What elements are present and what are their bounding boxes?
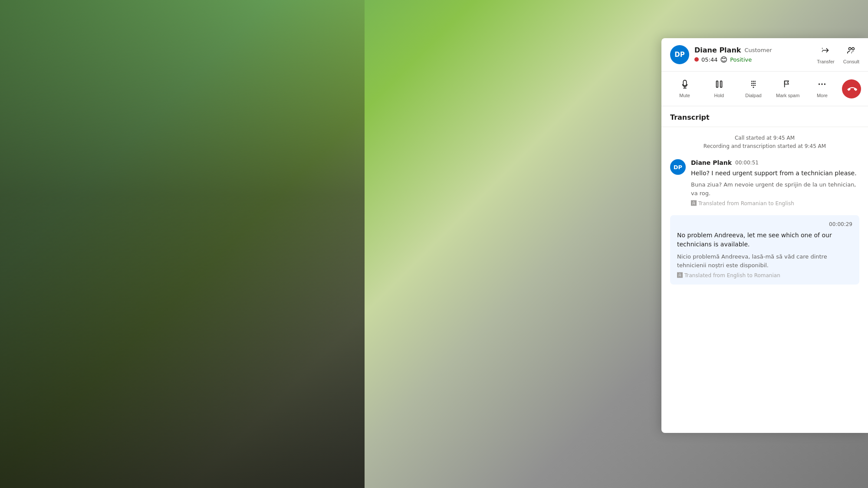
header-actions: Transfer Consult <box>817 46 859 64</box>
hold-button[interactable]: Hold <box>703 76 735 102</box>
svg-rect-4 <box>716 81 718 88</box>
message-sender: Diane Plank <box>691 159 732 166</box>
recording-indicator <box>694 57 699 62</box>
call-header: DP Diane Plank Customer 05:44 😊 Positive <box>661 38 868 72</box>
call-panel: DP Diane Plank Customer 05:44 😊 Positive <box>661 38 868 433</box>
end-call-button[interactable] <box>842 79 861 98</box>
mute-label: Mute <box>679 93 690 98</box>
agent-translation-text: Nicio problemă Andreeva, lasă-mă să văd … <box>677 252 852 269</box>
translation-source: Translated from Romanian to English <box>698 200 794 206</box>
more-icon <box>817 79 827 91</box>
agent-translation-note: 🅰 Translated from English to Romanian <box>677 272 852 278</box>
svg-point-18 <box>822 83 823 85</box>
svg-point-8 <box>754 81 756 82</box>
flag-icon <box>783 79 792 91</box>
svg-point-7 <box>753 81 754 82</box>
hold-icon <box>714 79 724 91</box>
message-translation-text: Buna ziua? Am nevoie urgent de sprijin d… <box>691 180 859 197</box>
agent-message-time: 00:00:29 <box>677 221 852 227</box>
svg-rect-5 <box>720 81 722 88</box>
message-original-text: Hello? I need urgent support from a tech… <box>691 169 859 178</box>
hold-label: Hold <box>714 93 724 98</box>
consult-label: Consult <box>843 59 859 64</box>
consult-button[interactable]: Consult <box>843 46 859 64</box>
transcript-header: Transcript <box>661 106 868 127</box>
consult-icon <box>846 46 856 57</box>
end-call-icon <box>844 81 859 96</box>
svg-point-1 <box>852 47 855 50</box>
more-button[interactable]: More <box>806 76 838 102</box>
agent-translate-icon: 🅰 <box>677 272 683 278</box>
call-timer: 05:44 <box>701 56 717 63</box>
agent-message-1: 00:00:29 No problem Andreeva, let me see… <box>670 215 859 285</box>
svg-point-17 <box>819 83 820 85</box>
translate-icon: 🅰 <box>691 200 697 206</box>
agent-original-text: No problem Andreeva, let me see which on… <box>677 231 852 249</box>
translation-note: 🅰 Translated from Romanian to English <box>691 200 859 206</box>
mark-spam-button[interactable]: Mark spam <box>772 76 804 102</box>
customer-message-1: DP Diane Plank 00:00:51 Hello? I need ur… <box>670 159 859 206</box>
more-label: More <box>817 93 828 98</box>
transcript-section: Transcript Call started at 9:45 AM Recor… <box>661 106 868 433</box>
agent-translation-source: Translated from English to Romanian <box>684 272 780 278</box>
svg-point-13 <box>753 85 754 86</box>
caller-name: Diane Plank <box>694 46 741 54</box>
customer-message-content: Diane Plank 00:00:51 Hello? I need urgen… <box>691 159 859 206</box>
transfer-label: Transfer <box>817 59 835 64</box>
svg-point-10 <box>753 83 754 84</box>
transfer-button[interactable]: Transfer <box>817 46 835 64</box>
call-info-banner: Call started at 9:45 AM Recording and tr… <box>670 134 859 151</box>
sentiment-emoji: 😊 <box>720 56 727 64</box>
controls-bar: Mute Hold Dialpad <box>661 72 868 106</box>
transfer-icon <box>821 46 830 57</box>
svg-point-15 <box>753 87 754 88</box>
svg-point-12 <box>751 85 753 86</box>
sentiment-label: Positive <box>730 56 752 63</box>
customer-avatar-msg: DP <box>670 159 686 175</box>
dialpad-button[interactable]: Dialpad <box>737 76 769 102</box>
message-meta: Diane Plank 00:00:51 <box>691 159 859 166</box>
svg-point-19 <box>824 83 825 85</box>
transcript-body: Call started at 9:45 AM Recording and tr… <box>661 127 868 291</box>
svg-point-14 <box>754 85 756 86</box>
svg-point-11 <box>754 83 756 84</box>
call-started-text: Call started at 9:45 AM <box>670 134 859 142</box>
caller-role: Customer <box>744 47 772 53</box>
dialpad-label: Dialpad <box>745 93 761 98</box>
recording-started-text: Recording and transcription started at 9… <box>670 142 859 151</box>
mute-button[interactable]: Mute <box>668 76 701 102</box>
mute-icon <box>680 79 690 91</box>
svg-point-9 <box>751 83 753 84</box>
svg-point-6 <box>751 81 753 82</box>
caller-info: Diane Plank Customer 05:44 😊 Positive <box>694 46 812 64</box>
message-time: 00:00:51 <box>735 160 759 166</box>
dialpad-icon <box>749 79 758 91</box>
svg-point-0 <box>849 47 852 50</box>
caller-avatar: DP <box>670 45 689 64</box>
transcript-title: Transcript <box>670 113 859 121</box>
mark-spam-label: Mark spam <box>776 93 799 98</box>
